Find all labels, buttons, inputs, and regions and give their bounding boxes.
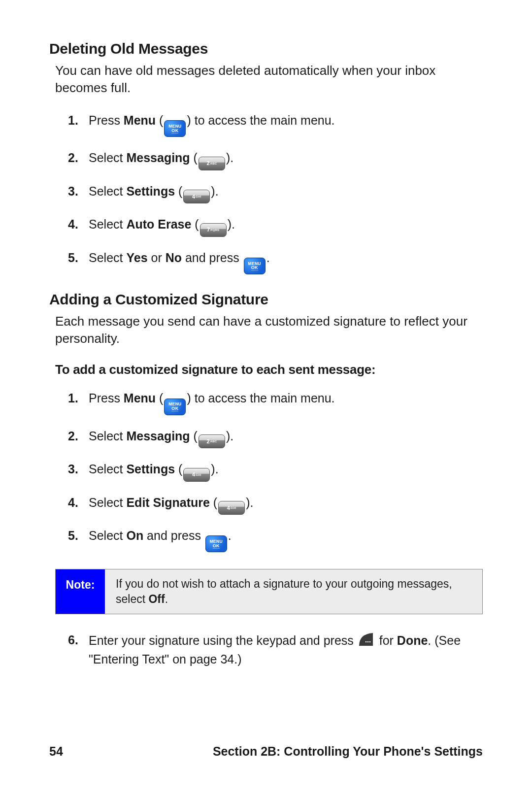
step: Select Auto Erase7PQRS. xyxy=(49,215,483,237)
letters: PQRS xyxy=(210,229,219,232)
bold: Done xyxy=(397,633,428,647)
key-7-icon: 7PQRS xyxy=(200,223,227,237)
paren xyxy=(175,184,182,198)
text: Select xyxy=(89,462,126,476)
text: Select xyxy=(89,251,126,265)
text: . xyxy=(228,529,232,542)
step: Select Messaging2ABC. xyxy=(49,427,483,449)
svg-point-0 xyxy=(365,641,366,643)
step: Select Settings4GHI. xyxy=(49,460,483,482)
manual-page: Deleting Old Messages You can have old m… xyxy=(0,0,532,798)
letters: ABC xyxy=(210,440,217,443)
bold: Off xyxy=(148,593,165,605)
text: . xyxy=(230,429,233,443)
key-line2: OK xyxy=(171,129,178,133)
bold: Messaging xyxy=(126,429,190,443)
paren xyxy=(228,217,232,231)
step: Press MenuMENUOK to access the main menu… xyxy=(49,389,483,415)
text: . xyxy=(215,184,219,198)
step: Select Settings4GHI. xyxy=(49,182,483,204)
step: Select Edit Signature4GHI. xyxy=(49,494,483,515)
page-number: 54 xyxy=(49,744,63,759)
note-label: Note: xyxy=(56,569,105,614)
digit: 2 xyxy=(206,161,209,166)
key-4-icon: 4GHI xyxy=(183,190,210,203)
text: for xyxy=(376,633,397,647)
paren xyxy=(190,429,198,443)
step: Select Messaging2ABC. xyxy=(49,149,483,170)
text: . xyxy=(266,251,270,265)
paren xyxy=(191,217,199,231)
text: Select xyxy=(89,217,126,231)
menu-ok-icon: MENUOK xyxy=(205,535,227,552)
svg-point-2 xyxy=(369,641,370,643)
text: . xyxy=(215,462,219,476)
bold: Settings xyxy=(126,462,175,476)
bold: Messaging xyxy=(126,151,190,165)
paren xyxy=(226,429,230,443)
digit: 7 xyxy=(207,227,210,233)
note-box: Note: If you do not wish to attach a sig… xyxy=(55,569,483,614)
letters: GHI xyxy=(196,473,201,476)
paren xyxy=(156,113,163,127)
paren xyxy=(211,462,215,476)
bold: Auto Erase xyxy=(126,217,191,231)
step: Select On and press MENUOK. xyxy=(49,527,483,552)
letters: GHI xyxy=(231,506,236,509)
note-body: If you do not wish to attach a signature… xyxy=(105,569,482,614)
key-2-icon: 2ABC xyxy=(199,157,225,170)
key-4-icon: 4GHI xyxy=(218,501,245,515)
steps-signature-b: Enter your signature using the keypad an… xyxy=(49,631,483,668)
text: to access the main menu. xyxy=(191,391,335,405)
step: Enter your signature using the keypad an… xyxy=(49,631,483,668)
svg-point-1 xyxy=(367,641,368,643)
bold: Yes xyxy=(126,251,147,265)
menu-ok-icon: MENUOK xyxy=(164,120,186,137)
key-4-icon: 4GHI xyxy=(183,468,210,482)
paren xyxy=(187,391,191,405)
key-2-icon: 2ABC xyxy=(199,434,225,448)
text: . xyxy=(165,593,168,605)
bold: Menu xyxy=(124,113,156,127)
paren xyxy=(187,113,191,127)
text: to access the main menu. xyxy=(191,113,335,127)
text: Select xyxy=(89,184,126,198)
intro-signature: Each message you send can have a customi… xyxy=(55,313,483,347)
text: Select xyxy=(89,529,126,542)
paren xyxy=(226,151,230,165)
menu-ok-icon: MENUOK xyxy=(244,258,266,274)
page-footer: 54 Section 2B: Controlling Your Phone's … xyxy=(49,744,483,759)
key-line2: OK xyxy=(171,406,178,411)
footer-title: Section 2B: Controlling Your Phone's Set… xyxy=(213,744,483,759)
digit: 4 xyxy=(192,194,195,200)
paren xyxy=(175,462,182,476)
bold: On xyxy=(126,529,143,542)
letters: GHI xyxy=(196,195,201,198)
paren xyxy=(210,496,217,509)
steps-deleting: Press MenuMENUOK to access the main menu… xyxy=(49,111,483,274)
heading-deleting: Deleting Old Messages xyxy=(49,40,483,57)
paren xyxy=(246,496,250,509)
subhead-signature: To add a customized signature to each se… xyxy=(55,362,483,377)
steps-signature-a: Press MenuMENUOK to access the main menu… xyxy=(49,389,483,552)
digit: 4 xyxy=(192,472,195,477)
intro-deleting: You can have old messages deleted automa… xyxy=(55,62,483,97)
paren xyxy=(211,184,215,198)
text: Select xyxy=(89,429,126,443)
text: Select xyxy=(89,151,126,165)
menu-ok-icon: MENUOK xyxy=(164,399,186,415)
text: . xyxy=(230,151,233,165)
text: and press xyxy=(143,529,204,542)
text: and press xyxy=(182,251,243,265)
paren xyxy=(190,151,198,165)
bold: Settings xyxy=(126,184,175,198)
digit: 2 xyxy=(206,439,209,444)
step: Press MenuMENUOK to access the main menu… xyxy=(49,111,483,137)
heading-signature: Adding a Customized Signature xyxy=(49,291,483,308)
text: Select xyxy=(89,496,126,509)
text: . xyxy=(250,496,254,509)
bold: Menu xyxy=(124,391,156,405)
text: or xyxy=(148,251,166,265)
digit: 4 xyxy=(227,505,230,511)
bold: Edit Signature xyxy=(126,496,209,509)
